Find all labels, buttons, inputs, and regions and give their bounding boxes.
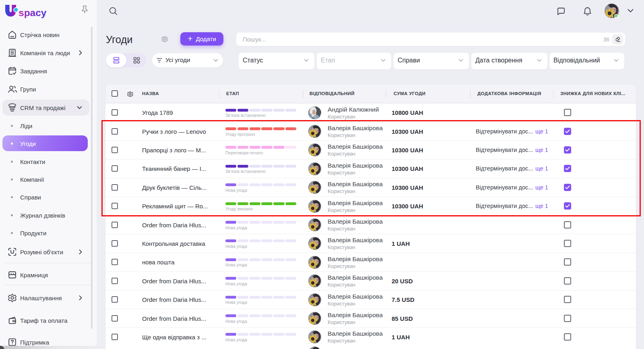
svg-text:spacy: spacy bbox=[19, 7, 47, 18]
